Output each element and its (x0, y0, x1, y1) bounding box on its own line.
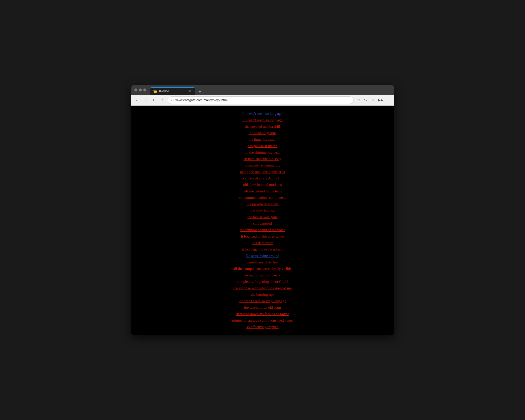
reload-button[interactable]: ↻ (151, 97, 158, 104)
poem-line[interactable]: a fugal MIDI march (248, 143, 277, 149)
poem-line[interactable]: it too began to cycle noisily (242, 246, 283, 252)
forward-button[interactable]: → (142, 97, 149, 104)
toolbar-right: ••• 🛡 ☆ ▶▶ ☰ (355, 97, 391, 103)
title-bar: 👑 l0ve0ne × + (131, 85, 394, 95)
poem-line[interactable]: the words of an old song (244, 304, 281, 310)
poem-line[interactable]: printed on antique continuous feed paper (232, 317, 293, 323)
poem-line[interactable]: beneath my dirty feet (247, 259, 278, 265)
back-button[interactable]: ← (134, 97, 141, 104)
shield-icon: 🛡 (171, 98, 174, 102)
poem-lines: It doesn't seem so long agoIt doesn't se… (136, 111, 389, 330)
address-bar-url: www.eastgate.com/malloy/key2.html (176, 98, 228, 102)
poem-line[interactable]: the surprise with which she greeted me (233, 285, 292, 291)
poem-line[interactable]: in a dark room (252, 240, 273, 246)
poem-line[interactable]: an unmistakable old song (244, 156, 282, 162)
poem-line[interactable]: still exposed (253, 220, 272, 226)
menu-button[interactable]: ☰ (385, 97, 391, 103)
poem-line[interactable]: the slow bounce (250, 208, 274, 213)
poem-line[interactable]: in the shimmering heat (245, 149, 280, 155)
poem-line[interactable]: as an old song suggests (245, 272, 280, 278)
traffic-lights (134, 88, 146, 91)
poem-line[interactable]: left me behind in the barn (243, 188, 282, 194)
poem-line[interactable]: it doesn't seem so very long ago (239, 298, 286, 304)
poem-line[interactable]: No sense lying around (246, 253, 279, 259)
url-prefix: www. (176, 98, 183, 102)
url-domain: eastgate.com (183, 98, 203, 102)
more-button[interactable]: ••• (355, 97, 362, 103)
poem-line[interactable]: It doesn't seem so long ago (242, 111, 283, 117)
poem-line[interactable]: in the photographs (249, 130, 276, 136)
poem-line[interactable]: carcass of a rare Apple III (243, 175, 282, 181)
poem-line[interactable]: old slow internal modems (243, 182, 282, 188)
active-tab[interactable]: 👑 l0ve0ne × (150, 87, 195, 95)
poem-line[interactable]: the coveted makita drill (245, 124, 280, 129)
poem-line[interactable]: the mouse was gone (247, 214, 277, 220)
poem-line[interactable]: it bounced on the dirty white (241, 233, 284, 239)
bookmark-button[interactable]: ☆ (370, 97, 376, 103)
tab-close-button[interactable]: × (188, 89, 192, 93)
poem-line[interactable]: streamed down his face as he talked (236, 311, 289, 317)
tab-title: l0ve0ne (159, 89, 187, 93)
poem-line[interactable]: in opposite directions (246, 201, 278, 207)
poem-line[interactable]: along the road, the apple trees (240, 169, 285, 175)
url-path: /malloy/key2.html (203, 98, 227, 102)
browser-window: 👑 l0ve0ne × + ← → ↻ ⌂ 🛡 www.eastgate.com… (131, 85, 394, 335)
page-content: It doesn't seem so long agoIt doesn't se… (131, 106, 394, 335)
poem-line[interactable]: repeatedly encountering (245, 162, 281, 168)
poem-line[interactable]: all the components were clearly visible (233, 266, 292, 272)
tabs-area: 👑 l0ve0ne × + (150, 85, 391, 95)
poem-line[interactable]: old communications components (238, 195, 287, 201)
tab-favicon: 👑 (153, 89, 157, 93)
poem-line[interactable]: It doesn't seem so long ago (242, 117, 283, 123)
shield-verify-icon: 🛡 (363, 97, 369, 103)
poem-line[interactable]: the burning tips (251, 292, 274, 297)
minimize-traffic-light[interactable] (139, 88, 142, 91)
new-tab-button[interactable]: + (197, 89, 203, 95)
poem-line[interactable]: the lingering smell (249, 136, 276, 142)
poem-line[interactable]: so effectively trapped (246, 324, 279, 330)
toolbar: ← → ↻ ⌂ 🛡 www.eastgate.com/malloy/key2.h… (131, 95, 394, 106)
home-button[interactable]: ⌂ (159, 97, 166, 104)
poem-line[interactable]: completely forgetting about Cupid (237, 279, 288, 285)
poem-line[interactable]: the familiar sound of his voice (240, 227, 285, 233)
address-bar[interactable]: 🛡 www.eastgate.com/malloy/key2.html (168, 96, 354, 104)
maximize-traffic-light[interactable] (143, 88, 146, 91)
close-traffic-light[interactable] (134, 88, 137, 91)
reader-mode-button[interactable]: ▶▶ (377, 97, 384, 103)
